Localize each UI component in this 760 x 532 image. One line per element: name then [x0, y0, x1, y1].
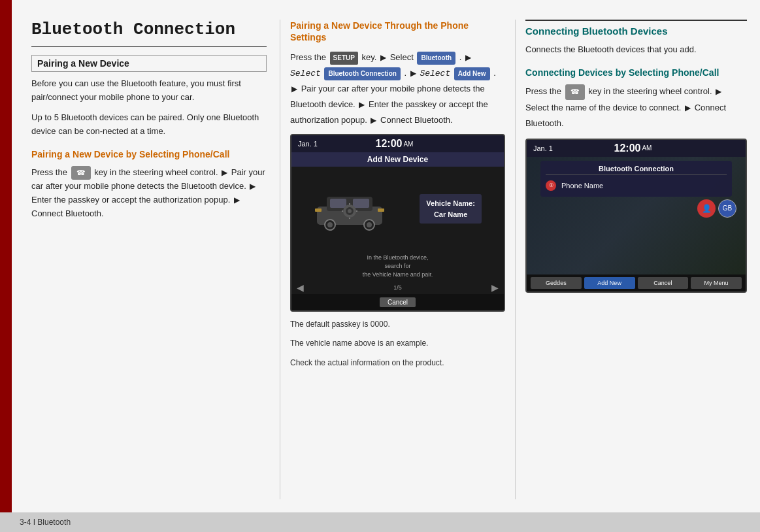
- screen-footer-col2: Cancel: [291, 294, 504, 310]
- col3-heading: Connecting Bluetooth Devices: [525, 20, 747, 38]
- cancel-screen-button[interactable]: Cancel: [380, 297, 416, 307]
- info-line3: the Vehicle Name and pair.: [363, 271, 433, 278]
- section2-pre: Press the: [31, 167, 67, 177]
- col3-para1: Connects the Bluetooth devices that you …: [525, 43, 747, 57]
- screen-date-col3: Jan. 1: [533, 144, 553, 152]
- info-line2: search for: [384, 263, 410, 269]
- setup-button: SETUP: [330, 52, 358, 65]
- col3-heading2: Connecting Devices by Selecting Phone/Ca…: [525, 67, 747, 78]
- vehicle-info-box: Vehicle Name: Car Name: [420, 194, 482, 224]
- col2-mid2: Select: [390, 52, 414, 62]
- col2-arrow3: ▶: [410, 69, 416, 78]
- phone-name-text: Phone Name: [561, 182, 603, 190]
- car-svg: [314, 184, 386, 235]
- footer-btn-my-menu[interactable]: My Menu: [691, 277, 742, 289]
- note3: Check the actual information on the prod…: [290, 357, 505, 369]
- col3-para2: Press the ☎ key in the steering wheel co…: [525, 84, 747, 130]
- svg-point-5: [327, 222, 333, 227]
- col2-arrow5: ▶: [359, 100, 365, 109]
- col3-arrow2: ▶: [685, 103, 691, 112]
- phone-button-col1: ☎: [71, 166, 91, 180]
- screen-info-text: In the Bluetooth device, search for the …: [363, 254, 433, 277]
- nav-next[interactable]: ▶: [491, 282, 499, 293]
- column-2: Pairing a New Device Through the Phone S…: [280, 20, 515, 499]
- screen-time-col2: 12:00: [376, 138, 403, 150]
- footer-btn-add-new[interactable]: Add New: [584, 277, 635, 289]
- vehicle-name-value: Car Name: [434, 210, 467, 218]
- screen-date-col2: Jan. 1: [298, 140, 318, 148]
- col2-mid1: key.: [362, 52, 377, 62]
- col2-mid3: .: [459, 52, 462, 62]
- screen-time-col3: 12:00: [614, 142, 641, 154]
- phone-button-col3: ☎: [565, 84, 585, 100]
- section2-para3: Enter the passkey or accept the authoriz…: [31, 195, 230, 205]
- nav-prev[interactable]: ◀: [297, 282, 304, 293]
- icon-label: ①: [549, 182, 553, 188]
- section2-text: Press the ☎ key in the steering wheel co…: [31, 166, 267, 221]
- col2-arrow2: ▶: [465, 53, 471, 62]
- column-3: Connecting Bluetooth Devices Connects th…: [515, 20, 747, 499]
- section2-para4: Connect Bluetooth.: [31, 208, 104, 218]
- screen-ampm-col2: AM: [403, 141, 413, 148]
- screen-overlay: Bluetooth Connection ① Phone Name: [540, 161, 732, 197]
- arrow3-col1: ▶: [234, 195, 240, 205]
- section1-heading: Pairing a New Device: [31, 55, 267, 72]
- screen-pagination: ◀ 1/5 ▶: [291, 281, 504, 294]
- col2-mid4: .: [405, 68, 407, 78]
- add-new-button: Add New: [454, 67, 490, 80]
- vehicle-name-label-text: Vehicle Name:: [426, 199, 475, 207]
- page-title: Bluetooth Connection: [31, 20, 267, 40]
- divider-1: [31, 46, 267, 47]
- col3-mid: key in the steering wheel control.: [588, 86, 712, 96]
- screen-header-col2: Jan. 1 12:00 AM: [291, 135, 504, 152]
- avatar-icon-1: 👤: [697, 199, 716, 218]
- arrow1-col1: ▶: [222, 168, 227, 177]
- col2-select2: Select: [420, 69, 450, 78]
- screen-mockup-col3: Jan. 1 12:00 AM Bluetooth Connection: [525, 139, 747, 293]
- col2-arrow4: ▶: [291, 84, 297, 93]
- col2-heading: Pairing a New Device Through the Phone S…: [290, 20, 505, 43]
- vehicle-name-label: Vehicle Name: Car Name: [426, 198, 475, 220]
- footer-text: 3-4 I Bluetooth: [20, 518, 71, 527]
- car-screen-bg: Vehicle Name: Car Name In the Bluetooth …: [291, 167, 504, 294]
- screen-col3-footer: Geddes Add New Cancel My Menu: [527, 274, 746, 291]
- column-1: Bluetooth Connection Pairing a New Devic…: [31, 20, 280, 499]
- col2-arrow1: ▶: [380, 53, 386, 62]
- col2-pre: Press the: [290, 52, 326, 62]
- screen-title-col2: Add New Device: [291, 152, 504, 167]
- col2-mid5: .: [493, 68, 496, 78]
- col3-overlay: Bluetooth Connection ① Phone Name 👤: [527, 157, 746, 224]
- overlay-title: Bluetooth Connection: [546, 165, 727, 175]
- section2-heading: Pairing a New Device by Selecting Phone/…: [31, 148, 267, 160]
- overlay-item: ① Phone Name: [546, 178, 727, 193]
- bluetooth-button: Bluetooth: [417, 52, 455, 65]
- svg-rect-9: [378, 208, 384, 212]
- page-container: Bluetooth Connection Pairing a New Devic…: [0, 0, 760, 512]
- col3-cont: Select the name of the device to connect…: [525, 103, 681, 112]
- bt-connection-button: Bluetooth Connection: [324, 67, 400, 80]
- footer-btn-geddes[interactable]: Geddes: [531, 277, 582, 289]
- screen-ampm-col3: AM: [642, 144, 652, 152]
- col2-instructions: Press the SETUP key. ▶ Select Bluetooth …: [290, 50, 505, 127]
- svg-rect-3: [353, 199, 369, 208]
- svg-rect-2: [330, 199, 346, 208]
- note1: The default passkey is 0000.: [290, 318, 505, 331]
- overlay-icon: ①: [546, 180, 556, 191]
- left-sidebar: [0, 0, 12, 512]
- note2: The vehicle name above is an example.: [290, 337, 505, 350]
- col2-select1: Select: [290, 69, 321, 78]
- main-content: Bluetooth Connection Pairing a New Devic…: [12, 0, 760, 512]
- page-footer: 3-4 I Bluetooth: [0, 512, 760, 532]
- section1-para2: Up to 5 Bluetooth devices can be paired.…: [31, 111, 267, 139]
- info-line1: In the Bluetooth device,: [367, 254, 428, 261]
- svg-rect-8: [315, 208, 322, 212]
- avatar-icon-2: GB: [718, 199, 736, 218]
- arrow2-col1: ▶: [250, 182, 256, 191]
- screen-mockup-col2: Jan. 1 12:00 AM Add New Device: [290, 134, 505, 312]
- col3-screen-bg: Bluetooth Connection ① Phone Name 👤: [527, 157, 746, 274]
- footer-btn-cancel[interactable]: Cancel: [638, 277, 689, 289]
- screen-header-col3: Jan. 1 12:00 AM: [527, 140, 746, 157]
- col2-arrow6: ▶: [371, 116, 376, 125]
- col3-pre: Press the: [525, 86, 561, 96]
- car-inner: Vehicle Name: Car Name: [291, 167, 504, 251]
